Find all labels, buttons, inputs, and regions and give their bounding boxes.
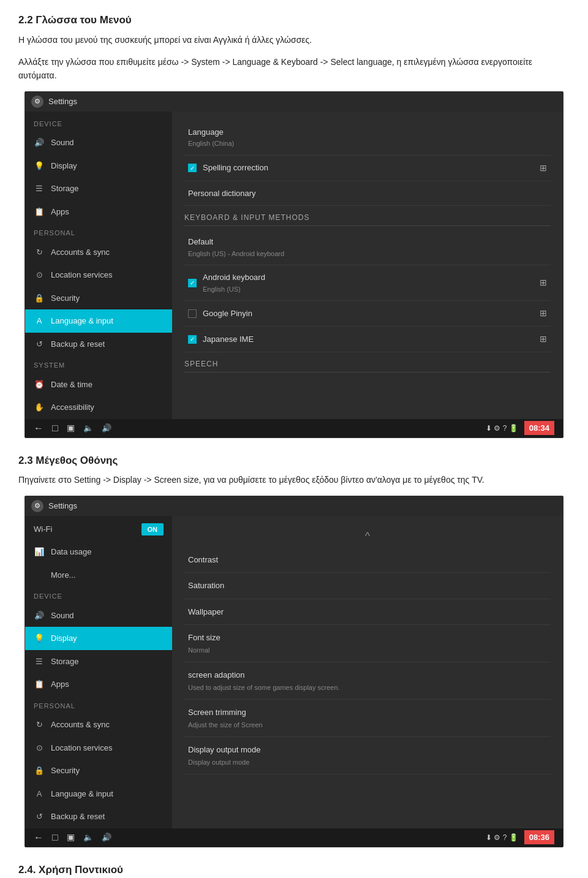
fontsize-title: Font size — [188, 632, 547, 644]
wifi-label: Wi-Fi — [34, 523, 52, 536]
display-thumbnail: ^ — [184, 524, 551, 547]
sidebar-item-location-2[interactable]: ⊙ Location services — [25, 736, 172, 760]
vol-up-icon-2[interactable]: 🔊 — [102, 831, 111, 844]
backup-icon-1: ↺ — [34, 338, 45, 349]
wifi-toggle[interactable]: ON — [141, 523, 164, 536]
location-icon-1: ⊙ — [34, 270, 45, 281]
data-usage-icon: 📊 — [34, 547, 45, 558]
security-label-2: Security — [51, 765, 80, 777]
japanese-ime-item[interactable]: ✓ Japanese IME ⊞ — [184, 327, 551, 352]
display-output-mode-item[interactable]: Display output mode Display output mode — [184, 737, 551, 774]
sidebar-item-accounts-1[interactable]: ↻ Accounts & sync — [25, 241, 172, 264]
display-screen-trimming-item[interactable]: Screen trimming Adjust the size of Scree… — [184, 700, 551, 737]
spelling-checkbox[interactable]: ✓ — [188, 164, 197, 172]
sidebar-item-sound-1[interactable]: 🔊 Sound — [25, 131, 172, 154]
vol-down-icon-2[interactable]: 🔈 — [83, 831, 93, 844]
apps-label-2: Apps — [51, 678, 69, 691]
apps-icon-1: 📋 — [34, 206, 45, 217]
sidebar-item-backup-1[interactable]: ↺ Backup & reset — [25, 333, 172, 356]
screenshot-2: ⚙ Settings Wi-Fi ON 📊 Data usage More... — [24, 496, 564, 847]
sidebar-item-language-2[interactable]: A Language & input — [25, 782, 172, 806]
output-mode-title: Display output mode — [188, 744, 547, 756]
sidebar-item-sound-2[interactable]: 🔊 Sound — [25, 604, 172, 627]
accounts-icon-2: ↻ — [34, 719, 45, 730]
bottombar-status-2: ⬇ ⚙ ? 🔋 08:36 — [486, 830, 554, 845]
sidebar-item-security-1[interactable]: 🔒 Security — [25, 287, 172, 310]
personal-dict-item[interactable]: Personal dictionary — [184, 181, 551, 206]
recent-button-1[interactable]: ▣ — [67, 422, 75, 434]
language-sub: English (China) — [188, 138, 547, 149]
storage-label-1: Storage — [51, 183, 79, 195]
spelling-item[interactable]: ✓ Spelling correction ⊞ — [184, 156, 551, 181]
sidebar-item-accessibility-1[interactable]: ✋ Accessibility — [25, 396, 172, 419]
vol-down-icon-1[interactable]: 🔈 — [83, 422, 93, 434]
language-title: Language — [188, 126, 547, 138]
pinyin-checkbox[interactable] — [188, 309, 197, 318]
language-label-1: Language & input — [51, 315, 113, 327]
sound-label-1: Sound — [51, 137, 74, 149]
recent-button-2[interactable]: ▣ — [67, 831, 75, 844]
location-icon-2: ⊙ — [34, 742, 45, 753]
screen-adaption-sub: Used to adjust size of some games displa… — [188, 683, 547, 693]
back-button-2[interactable]: ← — [34, 830, 43, 845]
pinyin-title: Google Pinyin — [203, 308, 252, 320]
sidebar-item-datetime-1[interactable]: ⏰ Date & time — [25, 373, 172, 396]
vol-up-icon-1[interactable]: 🔊 — [102, 422, 111, 434]
topbar-1: ⚙ Settings — [25, 92, 563, 112]
sidebar-2: Wi-Fi ON 📊 Data usage More... DEVICE 🔊 S… — [25, 516, 172, 828]
accessibility-icon-1: ✋ — [34, 402, 45, 413]
display-label-2: Display — [51, 632, 77, 645]
status-icons-2: ⬇ ⚙ ? 🔋 — [486, 832, 518, 843]
home-button-1[interactable]: □ — [52, 421, 58, 436]
display-icon-1: 💡 — [34, 160, 45, 171]
android-kb-sub: English (US) — [203, 284, 265, 295]
time-display-2: 08:36 — [524, 830, 554, 845]
japanese-ime-title: Japanese IME — [203, 333, 254, 346]
bottombar-nav-2: ← □ ▣ 🔈 🔊 — [34, 830, 111, 845]
language-label-2: Language & input — [51, 788, 113, 800]
sidebar-item-apps-1[interactable]: 📋 Apps — [25, 200, 172, 224]
sidebar-item-location-1[interactable]: ⊙ Location services — [25, 263, 172, 287]
display-fontsize-item[interactable]: Font size Normal — [184, 625, 551, 662]
sidebar-item-storage-2[interactable]: ☰ Storage — [25, 650, 172, 673]
apps-label-1: Apps — [51, 206, 69, 218]
personal-dict-title: Personal dictionary — [188, 187, 547, 200]
sidebar-item-backup-2[interactable]: ↺ Backup & reset — [25, 805, 172, 828]
display-screen-adaption-item[interactable]: screen adaption Used to adjust size of s… — [184, 662, 551, 700]
sidebar-item-more[interactable]: More... — [25, 564, 172, 587]
settings-app-icon-2: ⚙ — [31, 500, 43, 512]
apps-icon-2: 📋 — [34, 679, 45, 690]
android-keyboard-item[interactable]: ✓ Android keyboard English (US) ⊞ — [184, 265, 551, 301]
sidebar-item-apps-2[interactable]: 📋 Apps — [25, 673, 172, 696]
content-panel-1: Language English (China) ✓ Spelling corr… — [172, 112, 563, 419]
spelling-settings-icon: ⊞ — [540, 162, 547, 175]
datetime-label-1: Date & time — [51, 379, 92, 391]
section-2-2-body1: Η γλώσσα του μενού της συσκευής μπορεί ν… — [18, 33, 570, 47]
display-contrast-item[interactable]: Contrast — [184, 547, 551, 573]
sidebar-item-language-1[interactable]: A Language & input — [25, 309, 172, 333]
screen-trimming-title: Screen trimming — [188, 706, 547, 719]
android-kb-checkbox[interactable]: ✓ — [188, 279, 197, 287]
screen-trimming-sub: Adjust the size of Screen — [188, 720, 547, 730]
display-wallpaper-item[interactable]: Wallpaper — [184, 599, 551, 626]
wifi-row[interactable]: Wi-Fi ON — [25, 518, 172, 541]
spelling-title: Spelling correction — [203, 162, 268, 174]
home-button-2[interactable]: □ — [52, 830, 58, 845]
default-keyboard-item[interactable]: Default English (US) - Android keyboard — [184, 230, 551, 265]
google-pinyin-item[interactable]: Google Pinyin ⊞ — [184, 301, 551, 327]
default-sub: English (US) - Android keyboard — [188, 249, 547, 259]
display-saturation-item[interactable]: Saturation — [184, 573, 551, 599]
sidebar-item-storage-1[interactable]: ☰ Storage — [25, 177, 172, 200]
language-item[interactable]: Language English (China) — [184, 120, 551, 156]
security-label-1: Security — [51, 292, 80, 305]
back-button-1[interactable]: ← — [34, 421, 43, 436]
japanese-ime-checkbox[interactable]: ✓ — [188, 335, 197, 344]
sidebar-item-accounts-2[interactable]: ↻ Accounts & sync — [25, 713, 172, 736]
status-icons-1: ⬇ ⚙ ? 🔋 — [486, 423, 518, 434]
sidebar-item-display-1[interactable]: 💡 Display — [25, 154, 172, 178]
sidebar-item-data-usage[interactable]: 📊 Data usage — [25, 540, 172, 564]
sidebar-item-security-2[interactable]: 🔒 Security — [25, 759, 172, 782]
sidebar-item-display-2[interactable]: 💡 Display — [25, 627, 172, 650]
accounts-label-1: Accounts & sync — [51, 246, 110, 259]
section-2-2-body2: Αλλάξτε την γλώσσα που επιθυμείτε μέσω -… — [18, 55, 570, 83]
